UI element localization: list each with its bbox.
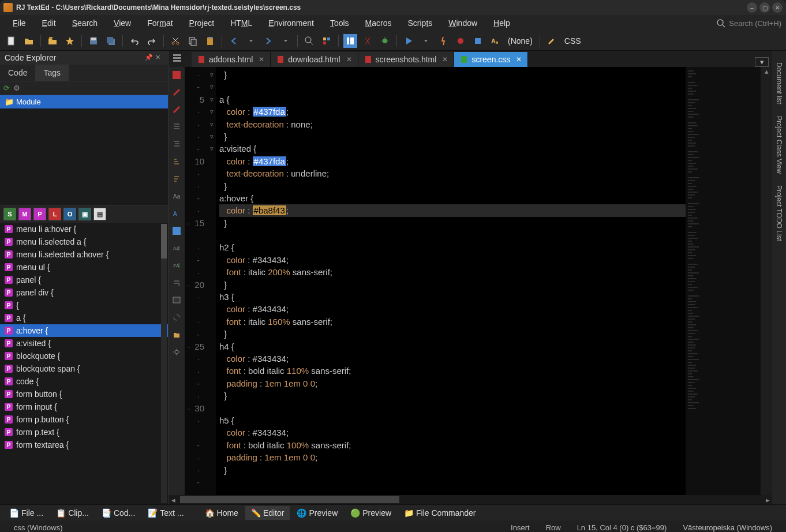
- module-tree-item[interactable]: 📁 Module: [0, 95, 168, 108]
- sort-asc-icon[interactable]: [171, 156, 182, 167]
- format-icon[interactable]: A: [171, 208, 182, 219]
- nav-dropdown2-icon[interactable]: [279, 34, 293, 48]
- document-tab[interactable]: addons.html✕: [192, 52, 271, 67]
- filter-extra2[interactable]: ▤: [93, 208, 106, 220]
- document-tab[interactable]: screen.css✕: [454, 52, 528, 67]
- code-editor[interactable]: }a { color : #437fda; text-decoration : …: [216, 67, 686, 495]
- maximize-button[interactable]: ▢: [759, 2, 770, 13]
- action-icon[interactable]: [436, 34, 450, 48]
- panel-pin-icon[interactable]: 📌: [145, 54, 153, 62]
- highlight-icon[interactable]: [320, 34, 334, 48]
- bottom-left-tab[interactable]: 📄File ...: [3, 506, 49, 520]
- symbol-item[interactable]: P{: [0, 299, 168, 312]
- symbol-item[interactable]: Pform input {: [0, 400, 168, 413]
- zoom-icon[interactable]: [302, 34, 316, 48]
- bottom-left-tab[interactable]: 📋Clip...: [50, 506, 95, 520]
- new-file-icon[interactable]: [5, 34, 18, 48]
- symbol-item[interactable]: Pmenu ul {: [0, 261, 168, 274]
- menu-search[interactable]: Search: [64, 16, 106, 30]
- marker1-icon[interactable]: [171, 87, 182, 98]
- sync-icon[interactable]: [171, 312, 182, 323]
- symbol-item[interactable]: Pmenu li a:hover {: [0, 223, 168, 235]
- symbol-list[interactable]: Pmenu li a:hover {Pmenu li.selected a {P…: [0, 223, 168, 504]
- menu-tools[interactable]: Tools: [322, 16, 357, 30]
- gear-icon[interactable]: ⚙: [13, 84, 20, 92]
- menu-edit[interactable]: Edit: [34, 16, 64, 30]
- record-icon[interactable]: [454, 34, 467, 48]
- scroll-left-icon[interactable]: ◂: [169, 495, 178, 504]
- color-icon[interactable]: [171, 225, 182, 237]
- scroll-up-icon[interactable]: ▴: [761, 67, 772, 76]
- tab-dropdown[interactable]: ▾: [755, 57, 769, 67]
- menu-project[interactable]: Project: [181, 16, 223, 30]
- panel-toggle-icon[interactable]: [343, 34, 357, 48]
- menu-scripts[interactable]: Scripts: [399, 16, 440, 30]
- filter-extra1[interactable]: ▣: [78, 208, 91, 220]
- case-icon[interactable]: Aa: [171, 190, 182, 202]
- tab-close-icon[interactable]: ✕: [516, 55, 522, 63]
- document-tab[interactable]: download.html✕: [271, 52, 358, 67]
- status-filetype[interactable]: css (Windows): [6, 523, 71, 532]
- folder-open-icon[interactable]: [171, 329, 182, 340]
- right-tab[interactable]: Document list: [774, 57, 784, 110]
- outdent-icon[interactable]: [171, 138, 182, 150]
- nav-forward-icon[interactable]: [261, 34, 275, 48]
- bottom-main-tab-file-commander[interactable]: 📁File Commander: [398, 506, 481, 520]
- settings-icon[interactable]: [171, 346, 182, 358]
- filter-P[interactable]: P: [33, 208, 46, 220]
- bottom-main-tab-editor[interactable]: ✏️Editor: [245, 506, 290, 520]
- syntax-language[interactable]: CSS: [562, 36, 583, 46]
- menu-view[interactable]: View: [106, 16, 139, 30]
- menu-environment[interactable]: Environment: [260, 16, 322, 30]
- minimize-button[interactable]: –: [747, 2, 757, 13]
- symbol-item[interactable]: Ppanel {: [0, 274, 168, 286]
- symbol-item[interactable]: Pform textarea {: [0, 439, 168, 451]
- nav-dropdown-icon[interactable]: [244, 34, 258, 48]
- status-position[interactable]: Ln 15, Col 4 (0) c ($63=99): [569, 523, 675, 532]
- paste-icon[interactable]: [203, 34, 217, 48]
- bookmark-icon[interactable]: [171, 69, 182, 81]
- nav-back-icon[interactable]: [227, 34, 241, 48]
- sort-desc-icon[interactable]: [171, 173, 182, 185]
- symbol-item[interactable]: Ppanel div {: [0, 286, 168, 299]
- bottom-main-tab-preview[interactable]: 🌐Preview: [291, 506, 343, 520]
- refresh-icon[interactable]: ⟳: [3, 84, 10, 92]
- scroll-thumb[interactable]: [180, 496, 399, 503]
- document-tab[interactable]: screenshots.html✕: [358, 52, 455, 67]
- menu-file[interactable]: File: [5, 16, 34, 30]
- sort-za-icon[interactable]: ZA: [171, 260, 182, 271]
- right-tab[interactable]: Project TODO List: [774, 179, 784, 247]
- scroll-right-icon[interactable]: ▸: [763, 495, 772, 504]
- window-list-icon[interactable]: [172, 53, 182, 63]
- symbol-item[interactable]: Pa {: [0, 312, 168, 324]
- redo-icon[interactable]: [145, 34, 159, 48]
- symbol-item[interactable]: Pform p.text {: [0, 426, 168, 439]
- tab-close-icon[interactable]: ✕: [346, 55, 352, 63]
- search-box[interactable]: Search (Ctrl+H): [716, 18, 781, 28]
- symbol-item[interactable]: Pmenu li.selected a {: [0, 235, 168, 248]
- save-icon[interactable]: [87, 34, 100, 48]
- highlighter-icon[interactable]: [545, 34, 559, 48]
- menu-format[interactable]: Format: [139, 16, 181, 30]
- bottom-main-tab-home[interactable]: 🏠Home: [199, 506, 244, 520]
- filter-M[interactable]: M: [18, 208, 31, 220]
- copy-icon[interactable]: [186, 34, 200, 48]
- bottom-left-tab[interactable]: 📑Cod...: [96, 506, 141, 520]
- horizontal-scrollbar[interactable]: ◂ ▸: [169, 495, 772, 504]
- menu-macros[interactable]: Macros: [357, 16, 400, 30]
- tab-close-icon[interactable]: ✕: [259, 55, 264, 63]
- status-insert[interactable]: Insert: [503, 523, 538, 532]
- tab-close-icon[interactable]: ✕: [442, 55, 448, 63]
- bottom-main-tab-preview[interactable]: 🟢Preview: [345, 506, 397, 520]
- symbol-item[interactable]: Pblockquote {: [0, 350, 168, 362]
- favorites-icon[interactable]: [63, 34, 77, 48]
- right-tab[interactable]: Project Class View: [774, 110, 784, 179]
- symbol-scrollbar[interactable]: [161, 224, 167, 503]
- terminal-icon[interactable]: [171, 294, 182, 306]
- filter-L[interactable]: L: [48, 208, 61, 220]
- sort-az-icon[interactable]: AZ: [171, 242, 182, 254]
- cut-icon[interactable]: [169, 34, 182, 48]
- symbol-item[interactable]: Pmenu li.selected a:hover {: [0, 248, 168, 261]
- symbol-item[interactable]: Pform button {: [0, 388, 168, 400]
- wrap-icon[interactable]: [171, 277, 182, 289]
